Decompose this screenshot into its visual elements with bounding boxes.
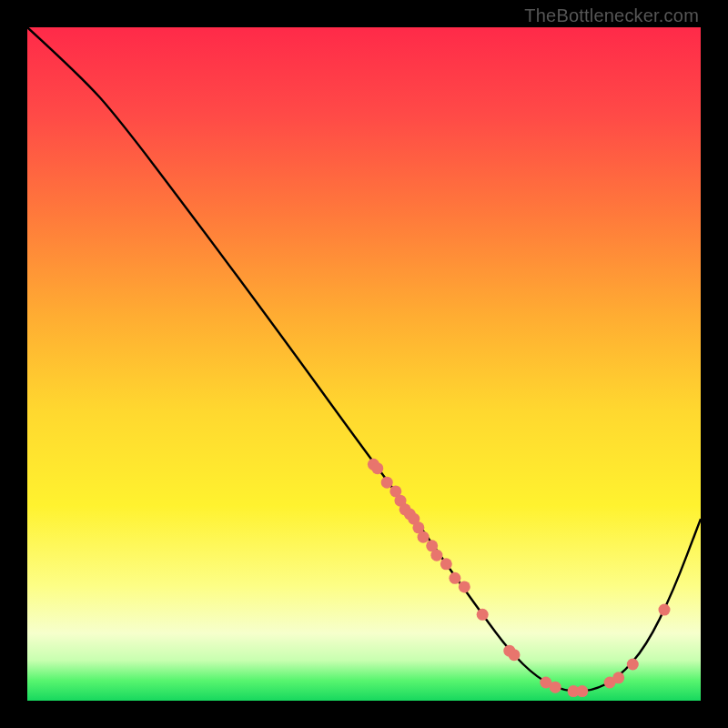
curve-line [27, 27, 701, 692]
data-dot [509, 649, 521, 661]
data-dot [418, 531, 430, 543]
data-dot [440, 558, 452, 570]
data-dot [477, 609, 489, 621]
data-dot [430, 550, 442, 561]
data-dot [612, 672, 624, 683]
data-dot [576, 685, 588, 697]
data-dot [381, 477, 393, 489]
chart-svg [27, 27, 701, 701]
data-dot [449, 572, 460, 584]
chart-plot-area [27, 27, 701, 701]
data-dot [627, 659, 639, 671]
data-dot [550, 682, 561, 693]
watermark-text: TheBottlenecker.com [524, 5, 699, 26]
data-dot [459, 581, 470, 592]
data-dot [371, 462, 383, 474]
data-dot [659, 604, 671, 616]
